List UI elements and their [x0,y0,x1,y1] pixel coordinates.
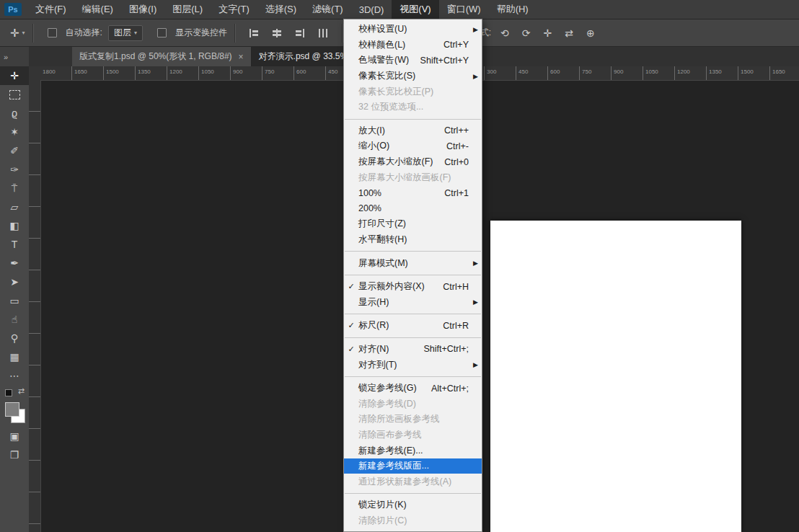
view-menu-item-20[interactable]: 锁定参考线(G)Alt+Ctrl+; [344,381,482,396]
menubar-item-10[interactable]: 帮助(H) [489,0,537,19]
move-tool-preset-icon[interactable]: ✛ [10,27,19,40]
align-horizontal-centers-icon[interactable] [271,28,283,38]
move-tool[interactable]: ✛ [0,66,29,85]
menubar-item-7[interactable]: 3D(D) [351,0,392,19]
default-colors-control[interactable]: ⇄ [0,385,29,399]
menu-item-label: 新建参考线版面... [358,460,429,472]
foreground-color-swatch[interactable] [5,402,19,417]
type-tool[interactable]: T [0,235,29,254]
slide-3d-icon[interactable]: ⇄ [565,27,573,39]
view-menu-item-23: 清除画布参考线 [344,427,482,443]
view-menu-item-6[interactable]: 放大(I)Ctrl++ [344,123,482,139]
menu-item-label: 按屏幕大小缩放(F) [358,156,433,168]
pen-tool[interactable]: ✒ [0,254,29,272]
distribute-icon[interactable] [317,28,329,38]
view-menu-item-15[interactable]: ✓显示额外内容(X)Ctrl+H [344,279,482,295]
path-selection-tool[interactable]: ➤ [0,272,29,291]
menubar-item-8[interactable]: 视图(V) [392,0,438,19]
view-menu-item-8[interactable]: 按屏幕大小缩放(F)Ctrl+0 [344,154,482,170]
menubar-item-2[interactable]: 图像(I) [121,0,164,19]
view-menu-item-17[interactable]: ✓标尺(R)Ctrl+R [344,318,482,334]
gradient-tool[interactable]: ◧ [0,216,29,235]
eraser-tool-icon: ▱ [11,201,19,213]
orbit-3d-icon[interactable]: ⟲ [500,27,509,39]
menu-item-shortcut: Ctrl+- [446,141,479,151]
frame-tool[interactable]: ▦ [0,347,29,366]
view-menu-item-1[interactable]: 校样颜色(L)Ctrl+Y [344,37,482,53]
menu-item-shortcut: Ctrl+H [443,282,479,292]
menu-separator [345,337,481,338]
quick-mask-button[interactable]: ▣ [0,427,29,445]
view-menu-item-0[interactable]: 校样设置(U)▶ [344,22,482,37]
view-menu-item-2[interactable]: 色域警告(W)Shift+Ctrl+Y [344,53,482,68]
color-swatches[interactable] [0,401,29,425]
tools-panel: ✛ϱ✶✐✑⍑▱◧T✒➤▭☝⚲▦⋯ ⇄ ▣ ❐ [0,66,29,532]
lasso-tool[interactable]: ϱ [0,104,29,123]
menubar-item-9[interactable]: 窗口(W) [439,0,489,19]
check-icon: ✓ [344,345,358,354]
eyedropper-tool[interactable]: ✐ [0,141,29,160]
view-menu-item-7[interactable]: 缩小(O)Ctrl+- [344,138,482,154]
tools-list: ✛ϱ✶✐✑⍑▱◧T✒➤▭☝⚲▦⋯ [0,66,29,385]
auto-select-label: 自动选择: [66,27,102,39]
vertical-ruler[interactable] [29,80,41,532]
roll-3d-icon[interactable]: ⟳ [522,27,531,39]
menubar-item-4[interactable]: 文字(T) [211,0,257,19]
pan-3d-icon[interactable]: ✛ [543,27,552,39]
menubar-item-0[interactable]: 文件(F) [27,0,74,19]
document-tab-0[interactable]: 版式复制1.psd @ 50%(形状 1, RGB/8#)× [72,47,252,66]
menu-separator [345,251,481,252]
type-tool-icon: T [12,239,18,250]
ruler-corner[interactable] [29,66,41,81]
chevron-down-icon[interactable]: ▾ [22,30,25,36]
view-menu-item-22: 清除所选画板参考线 [344,412,482,427]
menu-item-shortcut: Shift+Ctrl+Y [420,56,479,66]
rectangle-tool[interactable]: ▭ [0,291,29,310]
view-menu-item-13[interactable]: 水平翻转(H) [344,232,482,248]
align-right-edges-icon[interactable] [294,28,306,38]
view-menu-item-12[interactable]: 打印尺寸(Z) [344,216,482,232]
view-menu-item-24[interactable]: 新建参考线(E)... [344,443,482,458]
scale-3d-icon[interactable]: ⊕ [586,27,595,39]
submenu-arrow-icon: ▶ [473,298,478,306]
clone-stamp-tool[interactable]: ⍑ [0,179,29,198]
view-menu-item-11[interactable]: 200% [344,201,482,217]
show-transform-checkbox[interactable] [157,28,167,37]
tab-close-icon[interactable]: × [239,52,244,62]
view-menu-item-3[interactable]: 像素长宽比(S)▶ [344,68,482,84]
view-menu-item-25[interactable]: 新建参考线版面... [344,458,482,474]
align-left-edges-icon[interactable] [248,28,260,38]
ruler-label: 1200 [677,68,690,75]
hand-tool[interactable]: ☝ [0,310,29,329]
view-menu-item-14[interactable]: 屏幕模式(M)▶ [344,255,482,271]
quick-selection-tool[interactable]: ✶ [0,123,29,141]
document-canvas[interactable] [490,221,741,532]
auto-select-dropdown[interactable]: 图层 ▾ [108,25,143,41]
menu-item-label: 标尺(R) [358,319,389,332]
marquee-tool[interactable] [0,85,29,104]
edit-toolbar[interactable]: ⋯ [0,366,29,385]
menu-item-label: 通过形状新建参考线(A) [358,476,451,488]
zoom-tool[interactable]: ⚲ [0,329,29,347]
auto-select-checkbox[interactable] [48,28,57,37]
brush-tool[interactable]: ✑ [0,160,29,179]
view-menu-item-18[interactable]: ✓对齐(N)Shift+Ctrl+; [344,342,482,358]
view-menu-item-10[interactable]: 100%Ctrl+1 [344,185,482,201]
menu-item-label: 对齐(N) [358,343,389,355]
menubar-item-1[interactable]: 编辑(E) [74,0,121,19]
view-menu-item-16[interactable]: 显示(H)▶ [344,295,482,311]
swap-colors-icon[interactable]: ⇄ [18,386,25,396]
view-menu-item-9: 按屏幕大小缩放画板(F) [344,169,482,185]
view-menu-item-27[interactable]: 锁定切片(K) [344,497,482,513]
submenu-arrow-icon: ▶ [473,73,478,80]
view-menu-item-21: 清除参考线(D) [344,396,482,412]
ruler-label: 1500 [106,68,119,75]
eraser-tool[interactable]: ▱ [0,198,29,216]
menubar-item-6[interactable]: 滤镜(T) [304,0,351,19]
menubar-item-5[interactable]: 选择(S) [257,0,304,19]
toolbar-collapse-button[interactable]: » [0,47,29,66]
menu-item-label: 对齐到(T) [358,359,397,371]
screen-mode-button[interactable]: ❐ [0,445,29,464]
view-menu-item-19[interactable]: 对齐到(T)▶ [344,357,482,373]
menubar-item-3[interactable]: 图层(L) [164,0,211,19]
